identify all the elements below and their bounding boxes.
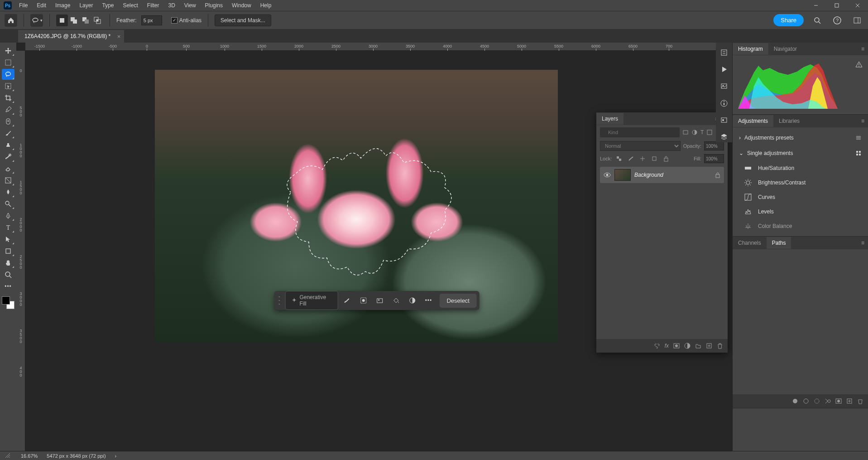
- taskbar-drag-handle[interactable]: [279, 295, 282, 306]
- eraser-tool[interactable]: [2, 163, 14, 174]
- spot-healing-tool[interactable]: [2, 116, 14, 127]
- histogram-menu-icon[interactable]: ≡: [858, 46, 868, 52]
- shape-tool[interactable]: [2, 246, 14, 257]
- menu-window[interactable]: Window: [227, 0, 256, 10]
- blur-tool[interactable]: [2, 187, 14, 198]
- properties-icon[interactable]: [719, 115, 729, 125]
- crop-tool[interactable]: [2, 92, 14, 103]
- menu-type[interactable]: Type: [97, 0, 118, 10]
- fill-selection-icon[interactable]: [389, 293, 403, 308]
- pen-tool[interactable]: [2, 210, 14, 221]
- menu-3d[interactable]: 3D: [163, 0, 179, 10]
- lasso-tool[interactable]: [2, 69, 14, 80]
- search-icon[interactable]: [811, 14, 824, 27]
- brush-selection-icon[interactable]: [340, 293, 355, 308]
- navigator-tab[interactable]: Navigator: [768, 43, 802, 55]
- selection-subtract[interactable]: [80, 15, 91, 26]
- paths-menu-icon[interactable]: ≡: [858, 240, 868, 246]
- path-to-selection-icon[interactable]: [814, 398, 820, 404]
- selection-new[interactable]: [56, 15, 68, 26]
- home-button[interactable]: [5, 14, 17, 27]
- mask-path-icon[interactable]: [835, 398, 842, 404]
- layer-visibility-icon[interactable]: [604, 172, 611, 178]
- adjustments-menu-icon[interactable]: ≡: [858, 118, 868, 124]
- path-selection-tool[interactable]: [2, 234, 14, 245]
- single-adjustments-header[interactable]: ⌄ Single adjustments: [733, 145, 868, 161]
- fill-path-icon[interactable]: [792, 398, 798, 404]
- status-resize-icon[interactable]: [5, 452, 12, 460]
- type-tool[interactable]: T: [2, 222, 14, 233]
- generative-fill-button[interactable]: Generative Fill: [285, 291, 338, 310]
- adjustments-tab[interactable]: Adjustments: [733, 115, 773, 127]
- group-layers-icon[interactable]: [695, 343, 701, 349]
- menu-layer[interactable]: Layer: [75, 0, 97, 10]
- menu-plugins[interactable]: Plugins: [201, 0, 227, 10]
- opacity-input[interactable]: [704, 141, 724, 150]
- lock-pixels-icon[interactable]: [626, 154, 635, 163]
- menu-file[interactable]: File: [14, 0, 32, 10]
- hand-tool[interactable]: [2, 257, 14, 268]
- blend-mode-select[interactable]: Normal: [600, 141, 681, 151]
- layers-tab[interactable]: Layers: [596, 113, 623, 125]
- foreground-color-swatch[interactable]: [2, 296, 10, 305]
- actions-panel-icon[interactable]: [719, 47, 729, 58]
- layer-mask-icon[interactable]: [673, 343, 680, 349]
- adj-levels[interactable]: Levels: [733, 204, 868, 219]
- lock-all-icon[interactable]: [662, 154, 671, 163]
- adj-curves[interactable]: Curves: [733, 190, 868, 204]
- menu-filter[interactable]: Filter: [143, 0, 164, 10]
- new-layer-icon[interactable]: [706, 343, 712, 349]
- deselect-button[interactable]: Deselect: [439, 294, 477, 308]
- layer-kind-filter[interactable]: [600, 127, 680, 137]
- object-selection-tool[interactable]: [2, 81, 14, 92]
- libraries-tab[interactable]: Libraries: [773, 115, 805, 127]
- document-tab[interactable]: 1Z6A4206.JPG @ 16.7% (RGB/8) * ×: [18, 30, 124, 43]
- select-and-mask-button[interactable]: Select and Mask...: [215, 15, 271, 26]
- minimize-button[interactable]: [806, 0, 826, 11]
- antialias-checkbox[interactable]: Anti-alias: [171, 17, 201, 24]
- fill-input[interactable]: [704, 154, 724, 163]
- feather-input[interactable]: [141, 15, 162, 25]
- zoom-level[interactable]: 16.67%: [21, 453, 38, 459]
- workspace-switcher-icon[interactable]: [851, 14, 863, 27]
- lock-position-icon[interactable]: [638, 154, 647, 163]
- eyedropper-tool[interactable]: [2, 104, 14, 115]
- dodge-tool[interactable]: [2, 199, 14, 209]
- layer-name-label[interactable]: Background: [634, 172, 663, 178]
- ruler-vertical[interactable]: 0500100015002000250030003500400: [16, 51, 25, 451]
- lock-transparency-icon[interactable]: [614, 154, 623, 163]
- layer-row-background[interactable]: Background: [600, 167, 724, 183]
- help-icon[interactable]: ?: [831, 14, 844, 27]
- stroke-path-icon[interactable]: [803, 398, 809, 404]
- document-dimensions[interactable]: 5472 px x 3648 px (72 ppi): [47, 453, 106, 459]
- menu-image[interactable]: Image: [51, 0, 75, 10]
- delete-path-icon[interactable]: [857, 398, 863, 404]
- share-button[interactable]: Share: [773, 14, 804, 26]
- paths-tab[interactable]: Paths: [767, 237, 791, 249]
- document-canvas[interactable]: Generative Fill ••• Deselect: [155, 70, 558, 342]
- move-tool[interactable]: [2, 45, 14, 56]
- select-subject-icon[interactable]: [356, 293, 371, 308]
- menu-select[interactable]: Select: [118, 0, 142, 10]
- single-grid-icon[interactable]: [855, 150, 862, 156]
- play-icon[interactable]: [719, 64, 729, 74]
- filter-type-icon[interactable]: T: [700, 128, 704, 137]
- menu-edit[interactable]: Edit: [32, 0, 51, 10]
- adjustments-presets-header[interactable]: › Adjustments presets: [733, 130, 868, 145]
- menu-help[interactable]: Help: [256, 0, 276, 10]
- layers-dock-icon[interactable]: [719, 132, 729, 142]
- adjustment-layer-icon[interactable]: [684, 343, 691, 349]
- close-button[interactable]: [847, 0, 868, 11]
- layer-fx-icon[interactable]: fx: [665, 343, 669, 349]
- more-options-icon[interactable]: •••: [421, 293, 436, 308]
- create-mask-icon[interactable]: [405, 293, 420, 308]
- layer-lock-icon[interactable]: [715, 172, 720, 178]
- histogram-warning-icon[interactable]: [855, 61, 863, 68]
- close-tab-icon[interactable]: ×: [117, 33, 121, 40]
- gallery-icon[interactable]: [719, 81, 729, 92]
- current-tool-lasso[interactable]: ▾: [30, 14, 43, 27]
- status-chevron-icon[interactable]: ›: [115, 453, 117, 459]
- delete-layer-icon[interactable]: [717, 343, 723, 349]
- selection-add[interactable]: [68, 15, 80, 26]
- menu-view[interactable]: View: [180, 0, 201, 10]
